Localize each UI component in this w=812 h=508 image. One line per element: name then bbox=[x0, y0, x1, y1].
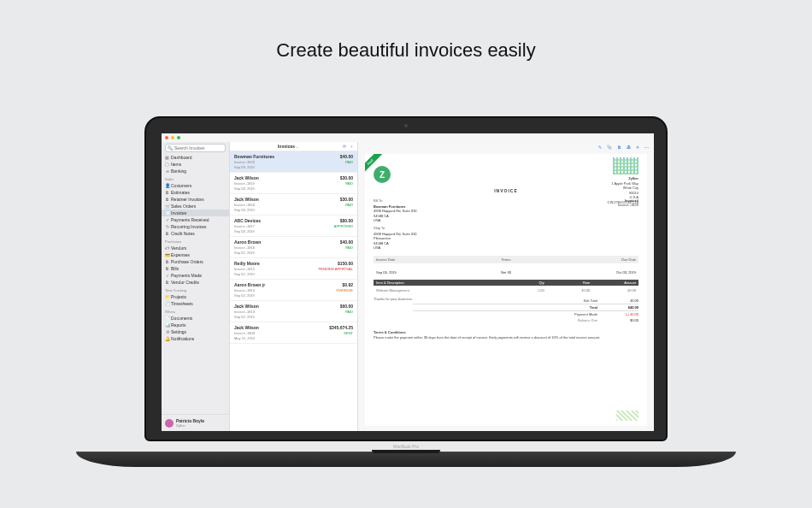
company-address: Zylker 1 Apple Park Way White City 95014… bbox=[608, 176, 638, 205]
profile-org: Zylker bbox=[176, 423, 204, 428]
invoice-customer: Jack Wilson bbox=[234, 175, 259, 180]
traffic-light-min[interactable] bbox=[171, 136, 174, 139]
invoice-amount: $60.00 bbox=[340, 304, 353, 309]
send-button[interactable]: ✈ bbox=[636, 145, 639, 150]
invoice-number: Invoice -1818 bbox=[234, 203, 255, 207]
terms-block: Terms & Conditions Please make the payme… bbox=[374, 330, 638, 340]
invoice-amount: $0.92 bbox=[342, 282, 353, 287]
invoice-row[interactable]: ABC Devices$80.00Invoice -1817APPROVEDSe… bbox=[230, 216, 357, 237]
invoice-row[interactable]: Aaron Brown jr$0.92Invoice -1814OVERDUES… bbox=[230, 280, 357, 301]
sidebar-item[interactable]: 🗎Estimates bbox=[162, 189, 229, 196]
sidebar-item-label: Invoices bbox=[171, 210, 186, 216]
sidebar-item[interactable]: 💳Expenses bbox=[162, 251, 229, 258]
sidebar-item[interactable]: 🗎Retainer Invoices bbox=[162, 196, 229, 203]
sidebar-item-label: Recurring Invoices bbox=[171, 224, 206, 229]
sidebar-item[interactable]: 📄Documents bbox=[162, 315, 229, 322]
app-screen: 🔍 ▦Dashboard▢Items≋Banking Sales👤Custome… bbox=[162, 133, 654, 431]
traffic-light-max[interactable] bbox=[177, 136, 180, 139]
invoice-customer: Reilly Moore bbox=[234, 261, 260, 266]
invoice-row[interactable]: Aaron Brown$40.00Invoice -1816PAIDSep 02… bbox=[230, 237, 357, 258]
invoice-amount: $30.00 bbox=[340, 175, 353, 180]
search-input[interactable] bbox=[174, 145, 228, 151]
edit-button[interactable]: ✎ bbox=[598, 145, 602, 150]
sidebar-item-label: Retainer Invoices bbox=[171, 197, 204, 202]
sidebar-item[interactable]: ↻Recurring Invoices bbox=[162, 223, 229, 230]
more-button[interactable]: ⋯ bbox=[644, 145, 649, 150]
sidebar-icon: ▦ bbox=[165, 155, 169, 160]
sidebar-item[interactable]: 🔔Notifications bbox=[162, 335, 229, 342]
sidebar-item[interactable]: 🗎Purchase Orders bbox=[162, 258, 229, 265]
sidebar-item-label: Notifications bbox=[171, 336, 194, 341]
print-button[interactable]: 🖶 bbox=[627, 145, 631, 150]
totals-block: Sub Total40.00 Total$40.00 Payment Made(… bbox=[413, 298, 638, 323]
sidebar-item[interactable]: 📊Reports bbox=[162, 322, 229, 328]
footer-deco bbox=[616, 411, 638, 421]
sidebar-item[interactable]: 🧾Invoices bbox=[162, 210, 229, 216]
sidebar-icon: 🧾 bbox=[165, 210, 169, 216]
refresh-button[interactable]: ⟳ bbox=[343, 144, 346, 149]
traffic-light-close[interactable] bbox=[165, 136, 168, 139]
invoice-customer: Bowman Furnitures bbox=[234, 154, 274, 159]
sidebar-item[interactable]: ⚙Settings bbox=[162, 328, 229, 335]
pdf-button[interactable]: 🗎 bbox=[617, 145, 621, 150]
sidebar-item-label: Vendor Credits bbox=[171, 280, 199, 285]
invoice-row[interactable]: Bowman Furnitures$40.00Invoice -1820PAID… bbox=[230, 151, 357, 173]
invoice-date: May 15, 2019 bbox=[234, 336, 255, 340]
invoice-status: PAID bbox=[345, 245, 353, 250]
sidebar-item-dashboard[interactable]: ▦Dashboard bbox=[162, 154, 229, 161]
sidebar-item[interactable]: 🕘Timesheets bbox=[162, 300, 229, 307]
invoice-date: Sep 03, 2019 bbox=[234, 165, 255, 169]
invoice-customer: Jack Wilson bbox=[234, 304, 259, 309]
invoice-number: Invoice -1819 bbox=[234, 181, 255, 186]
sidebar-item-label: Estimates bbox=[171, 190, 190, 195]
invoice-amount: $80.00 bbox=[340, 218, 353, 223]
profile-card[interactable]: Patricia Boyle Zylker bbox=[162, 414, 229, 431]
sidebar-item[interactable]: 🏷Vendors bbox=[162, 245, 229, 251]
sidebar-item-label: Bills bbox=[171, 266, 179, 271]
invoice-number: Invoice -1817 bbox=[234, 224, 255, 228]
attach-button[interactable]: 📎 bbox=[607, 145, 612, 150]
invoice-row[interactable]: Jack Wilson$60.00Invoice -1813PAIDSep 02… bbox=[230, 301, 357, 322]
sidebar-item[interactable]: 📁Projects bbox=[162, 293, 229, 300]
sidebar-item-banking[interactable]: ≋Banking bbox=[162, 168, 229, 174]
invoice-status: APPROVED bbox=[334, 224, 353, 228]
invoice-date: Sep 02, 2019 bbox=[234, 272, 255, 276]
invoice-customer: Jack Wilson bbox=[234, 325, 259, 330]
invoice-row[interactable]: Jack Wilson$30.00Invoice -1819PAIDSep 03… bbox=[230, 173, 357, 194]
sidebar-item-items[interactable]: ▢Items bbox=[162, 161, 229, 168]
new-invoice-button[interactable]: ＋ bbox=[350, 144, 354, 149]
window-titlebar bbox=[162, 133, 654, 142]
thanks-note: Thanks for your business. bbox=[374, 297, 413, 323]
sidebar-item[interactable]: 🗎Credit Notes bbox=[162, 230, 229, 237]
invoice-number: Invoice -1820 bbox=[234, 160, 255, 164]
invoice-amount: $345,674.25 bbox=[329, 325, 353, 330]
invoice-amount: $40.00 bbox=[340, 239, 353, 245]
sidebar-item[interactable]: 🛒Sales Orders bbox=[162, 203, 229, 210]
invoice-number: Invoice -1813 bbox=[234, 310, 255, 314]
laptop-label: MacBook Pro bbox=[144, 444, 668, 449]
invoice-number: Invoice -1816 bbox=[234, 245, 255, 250]
sidebar-icon: 🗎 bbox=[165, 197, 169, 202]
sidebar-item[interactable]: 👤Customers bbox=[162, 182, 229, 189]
sidebar-item-label: Payments Made bbox=[171, 273, 202, 278]
sidebar-item[interactable]: 🗎Bills bbox=[162, 265, 229, 272]
sidebar-icon: 🗎 bbox=[165, 259, 169, 264]
invoice-row[interactable]: Jack Wilson$30.00Invoice -1818PAIDSep 03… bbox=[230, 194, 357, 216]
sidebar-item[interactable]: ✓Payments Received bbox=[162, 216, 229, 223]
laptop-frame: 🔍 ▦Dashboard▢Items≋Banking Sales👤Custome… bbox=[144, 116, 668, 460]
list-title[interactable]: Invoices⌄ bbox=[233, 144, 343, 149]
sidebar-item-label: Settings bbox=[171, 329, 186, 334]
invoice-row[interactable]: Reilly Moore$150.00Invoice -1815PENDING … bbox=[230, 258, 357, 280]
sidebar-item-label: Items bbox=[171, 162, 181, 167]
sidebar-item[interactable]: 🗎Vendor Credits bbox=[162, 279, 229, 286]
sidebar-item[interactable]: ✓Payments Made bbox=[162, 272, 229, 279]
invoice-page: Paid Z Zylker 1 Apple Park Way White Cit… bbox=[365, 154, 647, 426]
avatar bbox=[165, 419, 174, 428]
search-box[interactable]: 🔍 bbox=[165, 144, 226, 152]
sidebar-icon: 📊 bbox=[165, 322, 169, 328]
sidebar-icon: 🏷 bbox=[165, 245, 169, 251]
page-headline: Create beautiful invoices easily bbox=[0, 39, 812, 62]
sidebar-section-header: Time Tracking bbox=[165, 288, 229, 292]
invoice-row[interactable]: Jack Wilson$345,674.25Invoice -1803SENTM… bbox=[230, 322, 357, 344]
invoice-status: PENDING APPROVAL bbox=[319, 267, 353, 271]
